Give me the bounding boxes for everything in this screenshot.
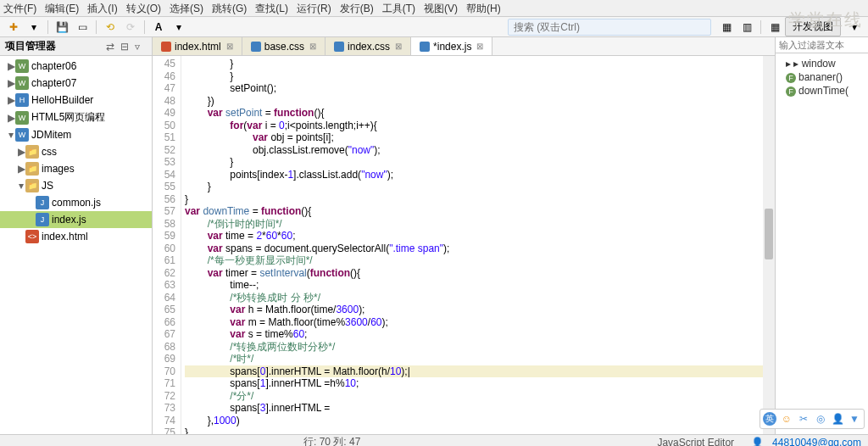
dropdown-icon[interactable]: ▾ [26,20,42,35]
scissors-icon[interactable]: ✂ [797,412,810,426]
collapse-icon[interactable]: ⊟ [120,41,132,53]
outline-item[interactable]: ▸ ▸ window [779,57,865,70]
tree-item-chapter07[interactable]: ▶Wchapter07 [0,75,152,92]
menu-跳转(G)[interactable]: 跳转(G) [212,2,247,14]
menu-查找(L)[interactable]: 查找(L) [255,2,288,14]
dev-view-button[interactable]: 开发视图 [785,17,841,36]
menubar: 文件(F)编辑(E)插入(I)转义(O)选择(S)跳转(G)查找(L)运行(R)… [0,0,868,17]
user-link[interactable]: 44810049@qq.com [772,437,861,447]
tree-item-JDMitem[interactable]: ▾WJDMitem [0,126,152,143]
menu-icon[interactable]: ▿ [135,41,147,53]
outline-list: ▸ ▸ windowFbananer()FdownTime( [776,53,868,101]
menu-文件(F)[interactable]: 文件(F) [3,2,36,14]
tree-item-common.js[interactable]: Jcommon.js [0,194,152,211]
forward-icon[interactable]: ⟳ [123,20,138,35]
down-icon[interactable]: ▼ [848,412,861,426]
tab-base.css[interactable]: base.css⊠ [242,37,326,55]
menu-帮助(H)[interactable]: 帮助(H) [466,2,501,14]
project-panel: 项目管理器 ⇄ ⊟ ▿ ▶Wchapter06▶Wchapter07▶HHell… [0,37,153,434]
close-icon[interactable]: ⊠ [476,42,483,51]
scrollbar-vertical[interactable] [763,56,775,434]
link-icon[interactable]: ⇄ [106,41,118,53]
line-gutter: 4546474849505152535455565758596061626364… [153,56,181,434]
emoji-icon[interactable]: ☺ [780,412,793,426]
search-input[interactable] [508,19,711,36]
menu-编辑(E)[interactable]: 编辑(E) [45,2,79,14]
menu-选择(S)[interactable]: 选择(S) [170,2,203,14]
statusbar: 行: 70 列: 47 JavaScript Editor 👤 44810049… [0,434,868,446]
person-icon[interactable]: 👤 [831,412,844,426]
layout2-icon[interactable]: ▥ [739,20,754,35]
menu-运行(R)[interactable]: 运行(R) [297,2,331,14]
tree-item-HTML5网页编程[interactable]: ▶WHTML5网页编程 [0,109,152,126]
ime-icon[interactable]: 英 [763,412,776,426]
project-panel-title: 项目管理器 [5,39,103,53]
project-tree: ▶Wchapter06▶Wchapter07▶HHelloHBuilder▶WH… [0,56,152,434]
grid-icon[interactable]: ▦ [767,20,782,35]
cursor-position: 行: 70 列: 47 [303,435,360,446]
toolbar: ✚ ▾ 💾 ▭ ⟲ ⟳ A ▾ ▦ ▥ ▦ 开发视图 ▾ 学堂在线 [0,17,868,37]
layout1-icon[interactable]: ▦ [719,20,734,35]
editor-tabs: index.html⊠base.css⊠index.css⊠*index.js⊠ [153,37,775,56]
tree-item-JS[interactable]: ▾📁JS [0,177,152,194]
code-editor[interactable]: 4546474849505152535455565758596061626364… [153,56,775,434]
dropdown2-icon[interactable]: ▾ [171,20,186,35]
box-icon[interactable]: ▭ [75,20,90,35]
editor-lang: JavaScript Editor [657,437,734,447]
code-content[interactable]: } } setPoint(); }) var setPoint = functi… [181,56,775,434]
menu-工具(T)[interactable]: 工具(T) [382,2,415,14]
user-icon: 👤 [751,437,764,447]
menu-插入(I)[interactable]: 插入(I) [87,2,117,14]
tree-item-css[interactable]: ▶📁css [0,143,152,160]
menu-转义(O)[interactable]: 转义(O) [126,2,161,14]
new-icon[interactable]: ✚ [6,20,21,35]
floating-toolbar: 英 ☺ ✂ ◎ 👤 ▼ [760,409,865,429]
dropdown3-icon[interactable]: ▾ [847,20,862,35]
close-icon[interactable]: ⊠ [226,42,233,51]
target-icon[interactable]: ◎ [814,412,827,426]
outline-item[interactable]: Fbananer() [779,70,865,84]
menu-发行(B)[interactable]: 发行(B) [340,2,374,14]
save-icon[interactable]: 💾 [54,20,70,35]
outline-panel: ▸ ▸ windowFbananer()FdownTime( [775,37,868,434]
tree-item-chapter06[interactable]: ▶Wchapter06 [0,58,152,75]
text-a-icon[interactable]: A [151,20,166,35]
close-icon[interactable]: ⊠ [395,42,402,51]
tree-item-index.html[interactable]: <>index.html [0,228,152,245]
back-icon[interactable]: ⟲ [103,20,118,35]
tree-item-HelloHBuilder[interactable]: ▶HHelloHBuilder [0,92,152,109]
close-icon[interactable]: ⊠ [309,42,316,51]
outline-filter-input[interactable] [776,37,868,53]
tab-index.css[interactable]: index.css⊠ [326,37,411,55]
tab-index.html[interactable]: index.html⊠ [153,37,242,55]
tree-item-index.js[interactable]: Jindex.js [0,211,152,228]
outline-item[interactable]: FdownTime( [779,84,865,98]
tree-item-images[interactable]: ▶📁images [0,160,152,177]
menu-视图(V)[interactable]: 视图(V) [424,2,458,14]
tab-*index.js[interactable]: *index.js⊠ [411,37,492,55]
